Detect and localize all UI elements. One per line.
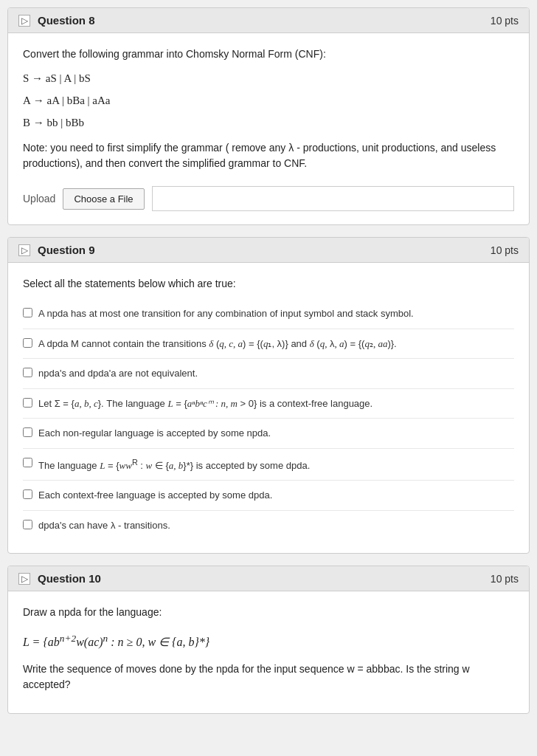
page: ▷ Question 8 10 pts Convert the followin…	[0, 0, 537, 721]
q9-option-3-text: npda's and dpda'a are not equivalent.	[38, 366, 198, 381]
q9-checkbox-list: A npda has at most one transition for an…	[23, 299, 514, 540]
q9-option-1-checkbox[interactable]	[23, 308, 32, 317]
question-8-header: ▷ Question 8 10 pts	[8, 8, 529, 33]
q9-option-7-text: Each context-free language is accepted b…	[38, 488, 272, 503]
list-item: The language L = {wwR : w ∈ {a, b}*} is …	[23, 449, 514, 481]
q9-option-8-text: dpda's can have λ - transitions.	[38, 518, 170, 533]
q8-intro: Convert the following grammar into Choms…	[23, 47, 514, 62]
q9-intro: Select all the statements below which ar…	[23, 276, 514, 292]
question-8-title: Question 8	[38, 14, 95, 27]
list-item: Let Σ = {a, b, c}. The language L = {aⁿb…	[23, 389, 514, 419]
question-9-block: ▷ Question 9 10 pts Select all the state…	[7, 237, 530, 554]
q8-grammar-line-1: S → aS | A | bS	[23, 69, 514, 87]
q9-option-5-checkbox[interactable]	[23, 427, 32, 437]
file-input-area[interactable]	[152, 186, 514, 211]
q8-grammar-line-3: B → bb | bBb	[23, 114, 514, 131]
collapse-icon-q10[interactable]: ▷	[18, 573, 30, 585]
q9-option-1-text: A npda has at most one transition for an…	[38, 306, 414, 321]
question-9-header: ▷ Question 9 10 pts	[8, 238, 529, 263]
question-10-header-left: ▷ Question 10	[18, 572, 101, 585]
collapse-icon-q9[interactable]: ▷	[18, 244, 30, 256]
q9-option-7-checkbox[interactable]	[23, 489, 32, 499]
q10-language: L = {abn+2w(ac)n : n ≥ 0, w ∈ {a, b}*}	[23, 629, 514, 653]
collapse-icon-q8[interactable]: ▷	[18, 15, 30, 27]
list-item: Each non-regular language is accepted by…	[23, 419, 514, 449]
q8-upload-label: Upload	[23, 193, 55, 205]
q9-option-6-checkbox[interactable]	[23, 458, 32, 467]
q8-grammar-line-2: A → aA | bBa | aAa	[23, 92, 514, 109]
question-8-body: Convert the following grammar into Choms…	[8, 33, 529, 224]
q9-option-2-checkbox[interactable]	[23, 338, 32, 348]
question-10-block: ▷ Question 10 10 pts Draw a npda for the…	[7, 566, 530, 714]
list-item: Each context-free language is accepted b…	[23, 481, 514, 511]
q8-note: Note: you need to first simplify the gra…	[23, 140, 514, 171]
choose-file-button[interactable]: Choose a File	[63, 188, 144, 210]
question-10-title: Question 10	[38, 572, 101, 585]
question-9-body: Select all the statements below which ar…	[8, 263, 529, 553]
q9-option-2-text: A dpda M cannot contain the transitions …	[38, 337, 397, 351]
question-10-body: Draw a npda for the language: L = {abn+2…	[8, 591, 529, 713]
q9-option-5-text: Each non-regular language is accepted by…	[38, 426, 271, 441]
q9-option-4-checkbox[interactable]	[23, 398, 32, 408]
question-8-header-left: ▷ Question 8	[18, 14, 95, 27]
q8-upload-row: Upload Choose a File	[23, 186, 514, 211]
list-item: dpda's can have λ - transitions.	[23, 511, 514, 540]
list-item: npda's and dpda'a are not equivalent.	[23, 359, 514, 389]
question-9-title: Question 9	[38, 244, 95, 256]
question-8-block: ▷ Question 8 10 pts Convert the followin…	[7, 7, 530, 225]
q9-option-8-checkbox[interactable]	[23, 520, 32, 529]
q10-followup: Write the sequence of moves done by the …	[23, 662, 514, 693]
question-9-pts: 10 pts	[491, 244, 519, 256]
question-10-header: ▷ Question 10 10 pts	[8, 566, 529, 591]
q9-option-4-text: Let Σ = {a, b, c}. The language L = {aⁿb…	[38, 396, 373, 411]
q10-intro: Draw a npda for the language:	[23, 605, 514, 620]
question-9-header-left: ▷ Question 9	[18, 244, 95, 256]
q9-option-6-text: The language L = {wwR : w ∈ {a, b}*} is …	[38, 456, 310, 473]
list-item: A npda has at most one transition for an…	[23, 299, 514, 329]
q9-option-3-checkbox[interactable]	[23, 368, 32, 377]
question-10-pts: 10 pts	[491, 573, 519, 585]
list-item: A dpda M cannot contain the transitions …	[23, 329, 514, 360]
question-8-pts: 10 pts	[491, 15, 519, 27]
